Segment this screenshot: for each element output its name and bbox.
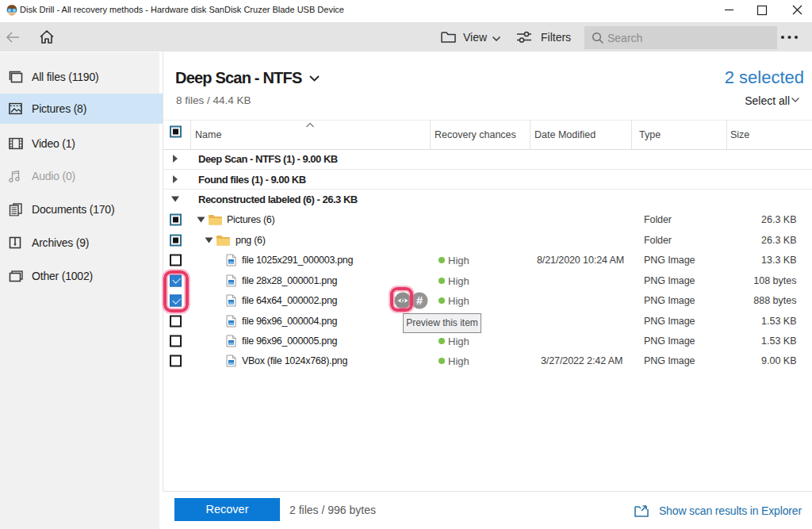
svg-text:#: # <box>416 294 423 307</box>
